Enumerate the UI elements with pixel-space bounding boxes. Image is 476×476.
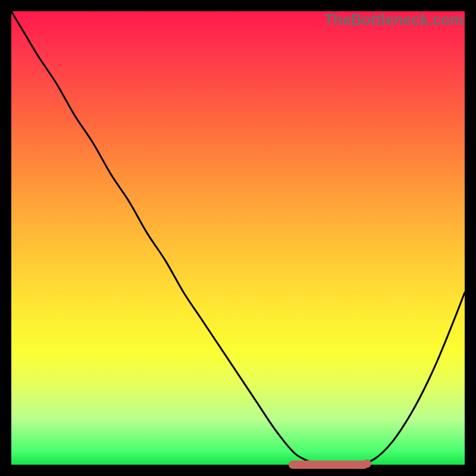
chart-frame: TheBottleneck.com: [0, 0, 476, 476]
valley-marker: [289, 461, 368, 469]
valley-end-dot: [363, 459, 371, 468]
chart-plot-area: TheBottleneck.com: [11, 11, 465, 465]
bottleneck-curve: [11, 11, 465, 465]
